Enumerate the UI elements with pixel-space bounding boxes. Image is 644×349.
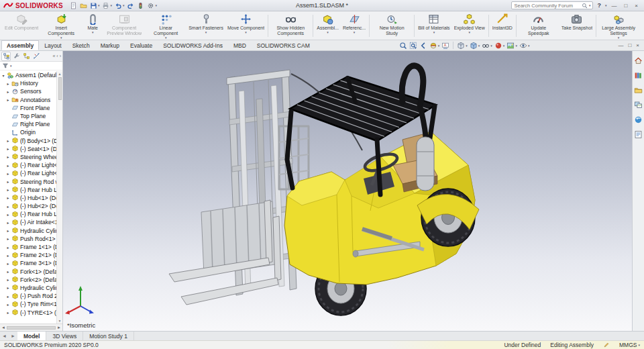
ribbon-button-bill-of-materials[interactable]: Bill of Materials▾ xyxy=(416,12,451,40)
ribbon-button-update-speedpak[interactable]: Update Speedpak xyxy=(518,12,559,40)
config-mgr-tab[interactable] xyxy=(21,52,31,61)
expander-icon[interactable]: ▸ xyxy=(6,285,10,290)
tree-item-seat-1-defa[interactable]: ▸(-) Seat<1> (Defa xyxy=(1,145,62,153)
expander-icon[interactable]: ▸ xyxy=(6,269,10,274)
scrollbar-thumb-h[interactable] xyxy=(7,326,56,330)
model-scene[interactable] xyxy=(63,51,632,331)
expander-icon[interactable]: ▸ xyxy=(6,310,10,315)
section-view-button[interactable]: ▾ xyxy=(429,42,440,50)
expander-icon[interactable]: ▸ xyxy=(6,195,10,200)
display-style-button[interactable]: ▾ xyxy=(470,42,480,50)
bottom-tab-motion-study-1[interactable]: Motion Study 1 xyxy=(83,332,134,340)
view-palette-button[interactable] xyxy=(634,100,643,109)
expander-icon[interactable]: ▸ xyxy=(6,89,10,94)
dropdown-caret[interactable]: ▾ xyxy=(528,44,530,48)
close-document-button[interactable]: × xyxy=(636,42,639,48)
ribbon-button-insert-components[interactable]: Insert Components▾ xyxy=(40,12,82,40)
expander-icon[interactable]: ▸ xyxy=(6,146,10,151)
ribbon-button-referenc[interactable]: Referenc...▾ xyxy=(341,12,368,40)
expander-icon[interactable]: ▸ xyxy=(6,97,10,102)
apply-scene-button[interactable]: ▾ xyxy=(506,42,517,50)
panel-next-chevron[interactable]: › xyxy=(60,54,61,58)
tab-scroll-left[interactable]: ◄ xyxy=(0,332,9,340)
tree-item-hub-1-defa[interactable]: ▸(-) Hub<1> (Defa xyxy=(1,194,62,202)
dynamic-annotation-views-button[interactable]: A xyxy=(441,42,449,50)
tree-item-rear-light-1[interactable]: ▸(-) Rear Light<1> xyxy=(1,161,62,169)
file-explorer-button[interactable] xyxy=(634,85,643,95)
dropdown-caret[interactable]: ▾ xyxy=(354,31,356,34)
search-input[interactable] xyxy=(514,3,580,9)
tree-item-frame-2-1-def[interactable]: ▸Frame 2<1> (Def xyxy=(1,251,62,259)
hide-show-items-button[interactable]: ▾ xyxy=(482,42,492,50)
undo-button[interactable]: ▾ xyxy=(114,1,125,10)
dropdown-caret[interactable]: ▾ xyxy=(60,36,62,39)
scrollbar-thumb[interactable] xyxy=(58,77,62,100)
filter-funnel-icon[interactable] xyxy=(2,62,9,69)
ribbon-button-show-hidden-components[interactable]: Show Hidden Components xyxy=(270,12,311,40)
dropdown-caret[interactable]: ▾ xyxy=(490,44,492,48)
tree-item-f-body-1-defa[interactable]: ▸(f) Body<1> (Defa xyxy=(1,137,62,145)
tree-item-rear-hub-link[interactable]: ▸(-) Rear Hub Link- xyxy=(1,210,62,218)
dropdown-caret[interactable]: ▾ xyxy=(110,4,112,7)
ribbon-button-smart-fasteners[interactable]: Smart Fasteners▾ xyxy=(186,12,225,40)
expander-icon[interactable]: ▾ xyxy=(1,73,5,78)
custom-props-button[interactable] xyxy=(634,130,643,139)
tree-item-origin[interactable]: Origin xyxy=(1,128,62,136)
previous-view-button[interactable] xyxy=(419,42,427,50)
expander-icon[interactable]: ▸ xyxy=(6,204,10,209)
edit-appearance-button[interactable]: ▾ xyxy=(494,42,505,50)
minimize-document-button[interactable]: — xyxy=(618,42,623,48)
expander-icon[interactable]: ▸ xyxy=(6,81,10,86)
ribbon-button-move-component[interactable]: Move Component▾ xyxy=(225,12,266,40)
prop-mgr-tab[interactable] xyxy=(11,52,21,61)
tab-layout[interactable]: Layout xyxy=(39,40,67,50)
design-library-button[interactable] xyxy=(634,70,643,80)
scroll-down-arrow[interactable]: ▼ xyxy=(58,319,62,323)
dropdown-caret[interactable]: ▾ xyxy=(155,4,157,7)
panel-pin-chevron[interactable]: « xyxy=(52,54,55,58)
dropdown-caret[interactable]: ▾ xyxy=(503,44,505,48)
dropdown-caret[interactable]: ▾ xyxy=(98,4,100,7)
tree-item-fork-1-default[interactable]: ▸Fork<1> (Default xyxy=(1,268,62,276)
ribbon-button-new-motion-study[interactable]: New Motion Study xyxy=(371,12,413,40)
tab-assembly[interactable]: Assembly xyxy=(1,40,39,50)
scroll-right-arrow[interactable]: ► xyxy=(57,326,61,330)
tab-sketch[interactable]: Sketch xyxy=(67,40,95,50)
dropdown-caret[interactable]: ▾ xyxy=(205,31,207,34)
zoom-to-fit-button[interactable] xyxy=(399,42,407,50)
dropdown-caret[interactable]: ▾ xyxy=(468,31,470,34)
bottom-tab-3d-views[interactable]: 3D Views xyxy=(46,332,83,340)
options-button[interactable]: ▾ xyxy=(146,1,158,10)
scroll-up-arrow[interactable]: ▲ xyxy=(58,72,62,76)
dropdown-caret[interactable]: ▾ xyxy=(478,44,480,48)
new-file-button[interactable] xyxy=(69,1,78,10)
ribbon-button-exploded-view[interactable]: Exploded View▾ xyxy=(452,12,487,40)
tab-markup[interactable]: Markup xyxy=(95,40,125,50)
dropdown-caret[interactable]: ▾ xyxy=(165,36,167,39)
tab-solidworks-cam[interactable]: SOLIDWORKS CAM xyxy=(252,40,315,50)
tree-item-hub-2-defa[interactable]: ▸(-) Hub<2> (Defa xyxy=(1,202,62,210)
ribbon-button-instant3d[interactable]: Instant3D xyxy=(490,12,515,40)
expander-icon[interactable]: ▸ xyxy=(6,253,10,258)
expander-icon[interactable]: ▸ xyxy=(6,163,10,168)
help-button[interactable]: ? xyxy=(595,2,603,9)
restore-document-button[interactable]: □ xyxy=(628,42,631,48)
expander-icon[interactable]: ▸ xyxy=(6,220,10,225)
tree-item-air-intake-1[interactable]: ▸(-) Air Intake<1> xyxy=(1,218,62,226)
tree-item-hydraulic-cylinde[interactable]: ▸Hydraulic Cylinde xyxy=(1,227,62,235)
tree-item-assem1-default-di[interactable]: ▾Assem1 (Default<Di xyxy=(1,71,62,79)
close-window-button[interactable]: × xyxy=(632,1,641,11)
units-selector[interactable]: MMGS ▾ xyxy=(619,342,640,348)
ribbon-button-large-assembly-settings[interactable]: Large Assembly Settings▾ xyxy=(598,12,639,40)
tree-item-hydraulic-cylinde[interactable]: ▸Hydraulic Cylinde xyxy=(1,284,62,292)
dropdown-caret[interactable]: ▾ xyxy=(433,31,435,34)
appearances-button[interactable] xyxy=(634,115,643,124)
tree-item-front-plane[interactable]: Front Plane xyxy=(1,104,62,112)
expander-icon[interactable]: ▸ xyxy=(6,245,10,250)
expander-icon[interactable]: ▸ xyxy=(6,187,10,192)
dropdown-caret[interactable]: ▾ xyxy=(515,44,517,48)
dropdown-caret[interactable]: ▾ xyxy=(245,31,247,34)
tree-item-steering-rod-with[interactable]: ▸Steering Rod with xyxy=(1,177,62,185)
search-dropdown-caret[interactable]: ▾ xyxy=(589,4,591,7)
tab-solidworks-add-ins[interactable]: SOLIDWORKS Add-Ins xyxy=(158,40,228,50)
